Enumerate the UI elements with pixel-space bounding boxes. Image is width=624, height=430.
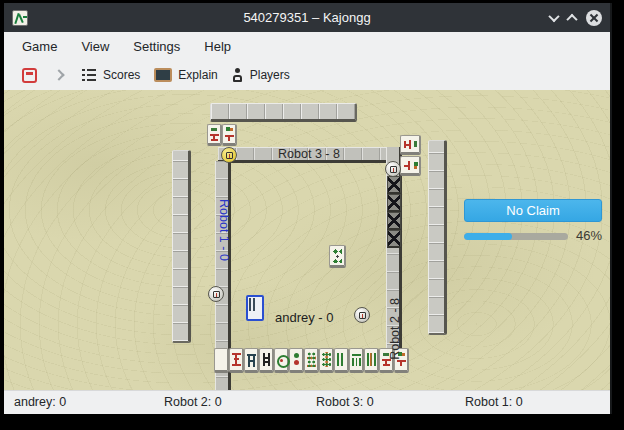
hand-tile-bamboo-7[interactable] [349,348,364,373]
robot2-concealed-tiles [387,176,401,248]
wall-right [428,140,447,335]
south-wind-disc [354,307,370,323]
player-hand [214,348,409,373]
maximize-icon[interactable] [566,13,577,24]
discard-tile [222,124,237,146]
claim-timeout-progress: 46% [464,231,602,243]
titlebar: 540279351 – Kajongg [4,3,610,32]
west-wind-disc [208,286,224,302]
hand-tile-circle-8[interactable] [304,348,319,373]
progress-track [464,233,568,240]
hand-tile-white-dragon[interactable] [214,348,229,373]
robot1-label: Robot 1 - 0 [217,199,231,261]
scores-label: Scores [103,68,140,82]
hand-tile-circle-1[interactable] [274,348,289,373]
blackboard-icon [154,68,172,82]
hand-tile-south-wind[interactable] [244,348,259,373]
minimize-icon[interactable] [548,10,559,21]
status-robot2: Robot 2: 0 [164,395,222,409]
statusbar: andrey: 0 Robot 2: 0 Robot 3: 0 Robot 1:… [4,390,610,414]
close-icon[interactable] [586,10,602,26]
person-icon [232,68,244,83]
concealed-tile [387,176,401,194]
hand-tile-red-dragon[interactable] [229,348,244,373]
discard-tile [329,245,346,268]
progress-fill [464,233,512,240]
hand-tile-bamboo-9[interactable] [364,348,379,373]
robot3-hand-bar: Robot 3 - 8 [218,147,400,163]
concealed-tile [387,194,401,212]
window-title: 540279351 – Kajongg [4,10,610,25]
wall-top [210,103,357,122]
east-wind-disc [221,147,237,163]
progress-percent-label: 46% [576,228,602,243]
toolbar: Scores Explain Players [4,60,610,90]
hand-tile-circle-2[interactable] [289,348,304,373]
concealed-tile [387,212,401,230]
focused-discard-tile[interactable] [246,295,264,321]
wall-left [172,150,191,343]
north-wind-disc [385,161,401,177]
scores-button[interactable]: Scores [81,68,140,82]
game-board: Robot 3 - 8 Robot 1 - 0 Robot 2 - 8 andr… [4,90,610,390]
hand-tile-bamboo-4[interactable] [334,348,349,373]
explain-button[interactable]: Explain [154,68,217,82]
discard-tile [400,135,421,155]
kajongg-window: 540279351 – Kajongg Game View Settings H… [4,3,612,414]
scores-icon [81,68,97,82]
no-claim-button[interactable]: No Claim [464,199,602,222]
players-label: Players [250,68,290,82]
status-robot1: Robot 1: 0 [465,395,523,409]
menu-help[interactable]: Help [204,39,231,54]
discard-tile [400,156,421,176]
status-andrey: andrey: 0 [14,395,66,409]
next-arrow-icon[interactable] [53,69,64,80]
discard-tile [207,124,222,146]
robot2-hand-bar: Robot 2 - 8 [386,147,402,362]
menu-settings[interactable]: Settings [133,39,180,54]
menu-game[interactable]: Game [22,39,57,54]
explain-label: Explain [178,68,217,82]
hand-tile-north-wind[interactable] [259,348,274,373]
robot2-label: Robot 2 - 8 [388,298,402,360]
status-robot3: Robot 3: 0 [316,395,374,409]
menu-view[interactable]: View [81,39,109,54]
andrey-label: andrey - 0 [275,310,334,325]
concealed-tile [387,230,401,248]
abort-game-icon[interactable] [22,68,37,83]
menubar: Game View Settings Help [4,32,610,60]
robot3-label: Robot 3 - 8 [278,147,340,161]
players-button[interactable]: Players [232,68,290,83]
hand-tile-circle-9[interactable] [319,348,334,373]
